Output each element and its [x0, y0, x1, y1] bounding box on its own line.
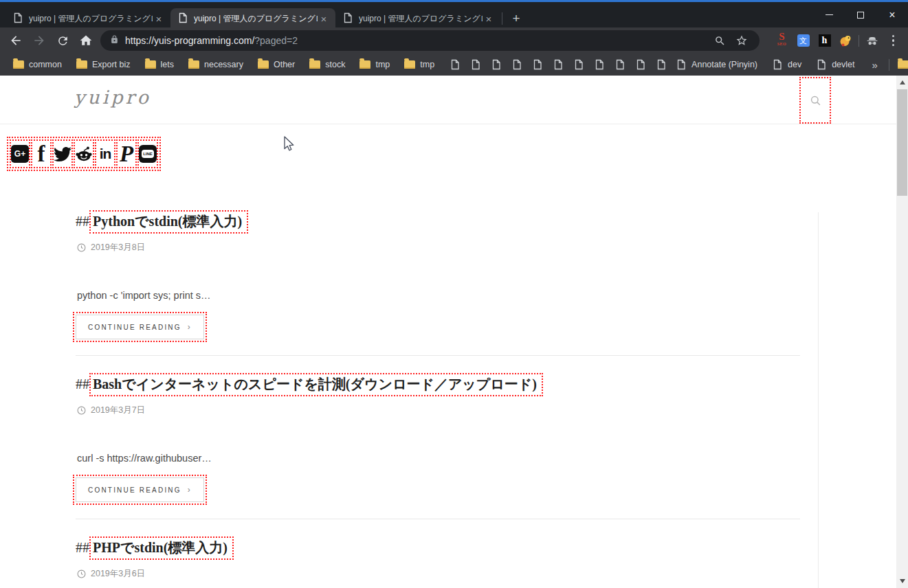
facebook-icon[interactable]: f [31, 139, 52, 168]
extension-seo-icon[interactable]: SSEO [771, 30, 793, 51]
linkedin-icon[interactable]: in [95, 139, 115, 168]
bookmark-folder-necessary[interactable]: necessary [184, 58, 247, 71]
browser-toolbar: https://yuis-programming.com/?paged=2 SS… [0, 27, 908, 54]
folder-icon [898, 60, 908, 69]
bookmark-devlet[interactable]: devlet [812, 57, 859, 72]
toolbar-separator [859, 35, 859, 47]
bookmark-page-icon[interactable] [527, 56, 548, 73]
folder-icon [76, 60, 87, 69]
tab-2-active[interactable]: yuipro | 管理人のプログラミングログ. × [170, 8, 335, 30]
bookmark-folder-lets[interactable]: lets [141, 58, 178, 71]
reload-button[interactable] [51, 30, 74, 51]
unlabeled-bookmarks [445, 56, 672, 73]
post-article-1: ##Pythonでstdin(標準入力) 2019年3月8日 python -c… [76, 210, 800, 338]
tab-close-icon[interactable]: × [483, 13, 495, 25]
extension-bird-icon[interactable] [835, 30, 856, 51]
heading-hash-marks: ## [76, 540, 89, 555]
page-scrollbar[interactable] [896, 76, 908, 588]
bookmark-page-icon[interactable] [630, 56, 651, 73]
window-minimize-button[interactable] [813, 4, 845, 25]
post-date: 2019年3月6日 [77, 568, 145, 580]
post-title-link[interactable]: Bashでインターネットのスピードを計測(ダウンロード／アップロード) [89, 373, 543, 396]
post-title-link[interactable]: PHPでstdin(標準入力) [89, 536, 234, 560]
post-article-2: ##Bashでインターネットのスピードを計測(ダウンロード／アップロード) 20… [76, 373, 800, 501]
bookmark-folder-tmp-2[interactable]: tmp [400, 58, 439, 71]
site-search-button[interactable] [799, 77, 831, 124]
new-tab-button[interactable]: + [507, 10, 526, 29]
extension-hatena-icon[interactable]: h [814, 30, 835, 51]
url-text: https://yuis-programming.com/?paged=2 [125, 35, 298, 46]
heading-hash-marks: ## [76, 376, 89, 392]
bookmark-page-icon[interactable] [486, 56, 507, 73]
chevron-right-icon: › [188, 485, 192, 495]
bookmark-folder-other[interactable]: Other [254, 58, 299, 71]
folder-icon [188, 60, 199, 69]
site-logo[interactable]: yuipro [74, 87, 151, 108]
tab-close-icon[interactable]: × [153, 13, 165, 25]
bookmark-annotate-pinyin[interactable]: Annotate (Pinyin) [672, 57, 762, 72]
post-excerpt: curl -s https://raw.githubuser… [77, 453, 212, 464]
folder-icon [309, 60, 320, 69]
window-maximize-button[interactable] [845, 4, 876, 25]
bookmark-folder-stock[interactable]: stock [305, 58, 349, 71]
tab-title: yuipro | 管理人のプログラミングログ. [194, 13, 318, 25]
scroll-up-arrow[interactable] [896, 77, 908, 88]
extension-translate-icon[interactable]: 文 [793, 30, 814, 51]
page-favicon-icon [177, 12, 188, 25]
tab-separator [502, 12, 502, 25]
window-close-button[interactable]: × [876, 4, 908, 25]
clock-icon [77, 406, 86, 415]
chrome-menu-icon[interactable] [883, 30, 904, 51]
bookmark-page-icon[interactable] [507, 56, 527, 73]
bookmark-star-icon[interactable] [731, 30, 753, 51]
tab-1[interactable]: yuipro | 管理人のプログラミングログ. × [5, 8, 170, 30]
tab-strip: yuipro | 管理人のプログラミングログ. × yuipro | 管理人のプ… [0, 0, 908, 27]
bookmark-page-icon[interactable] [548, 56, 568, 73]
bookmark-dev[interactable]: dev [768, 57, 806, 72]
bookmark-page-icon[interactable] [610, 56, 630, 73]
clock-icon [77, 243, 86, 252]
url-query: ?paged=2 [254, 35, 298, 46]
post-date: 2019年3月8日 [77, 242, 145, 253]
folder-icon [404, 60, 415, 69]
post-divider [76, 519, 800, 519]
tab-title: yuipro | 管理人のプログラミングログ. [359, 13, 483, 25]
chevron-right-icon: › [188, 322, 192, 332]
bookmark-page-icon[interactable] [465, 56, 486, 73]
reddit-icon[interactable] [74, 139, 94, 168]
bookmarks-overflow-chevron[interactable]: » [865, 59, 885, 71]
continue-reading-button[interactable]: CONTINUE READING› [76, 477, 204, 502]
bookmark-page-icon[interactable] [445, 56, 465, 73]
back-button[interactable] [4, 30, 27, 51]
tab-3[interactable]: yuipro | 管理人のプログラミングログ. × [335, 8, 500, 30]
scroll-down-arrow[interactable] [896, 576, 908, 587]
address-bar[interactable]: https://yuis-programming.com/?paged=2 [100, 30, 760, 51]
bookmarks-separator [889, 59, 889, 71]
line-icon[interactable]: LINE [137, 139, 158, 168]
bookmark-folder-export-biz[interactable]: Export biz [72, 58, 135, 71]
page-favicon-icon [12, 12, 23, 25]
folder-icon [13, 60, 24, 69]
post-divider [76, 355, 800, 356]
tab-close-icon[interactable]: × [318, 13, 330, 25]
browser-window: yuipro | 管理人のプログラミングログ. × yuipro | 管理人のプ… [0, 0, 908, 588]
bookmark-folder-common[interactable]: common [9, 58, 66, 71]
forward-button[interactable] [27, 30, 51, 51]
other-bookmarks-folder[interactable]: Other bookmarks [894, 58, 908, 71]
bookmark-folder-tmp[interactable]: tmp [355, 58, 394, 71]
content-column-border [818, 212, 819, 588]
scrollbar-thumb[interactable] [897, 89, 907, 196]
clock-icon [77, 569, 86, 578]
home-button[interactable] [74, 30, 98, 51]
bookmark-page-icon[interactable] [651, 56, 672, 73]
lock-icon [110, 34, 119, 47]
bookmarks-bar: common Export biz lets necessary Other s… [0, 54, 908, 76]
bookmark-page-icon[interactable] [568, 56, 589, 73]
bookmark-page-icon[interactable] [589, 56, 610, 73]
twitter-icon[interactable] [52, 139, 73, 168]
pinterest-icon[interactable]: P [116, 139, 137, 168]
post-title-link[interactable]: Pythonでstdin(標準入力) [89, 210, 248, 234]
zoom-icon[interactable] [709, 30, 731, 51]
google-plus-icon[interactable]: G+ [10, 139, 30, 168]
continue-reading-button[interactable]: CONTINUE READING› [76, 315, 204, 339]
